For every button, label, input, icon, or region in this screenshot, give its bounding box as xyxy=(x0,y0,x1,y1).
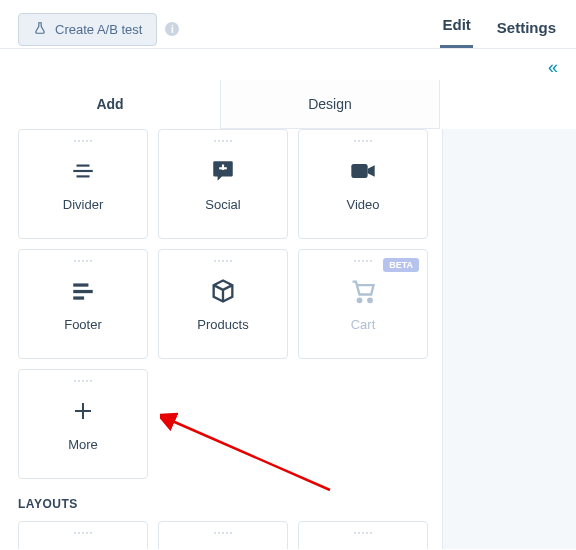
layout-card[interactable] xyxy=(298,521,428,549)
block-social[interactable]: Social xyxy=(158,129,288,239)
block-more[interactable]: More xyxy=(18,369,148,479)
content-panel[interactable]: Divider Social Video xyxy=(0,129,442,549)
block-label: Divider xyxy=(63,197,103,212)
cart-icon xyxy=(349,277,377,305)
svg-rect-4 xyxy=(219,167,227,169)
sub-tabs: Add Design xyxy=(0,80,440,129)
svg-rect-5 xyxy=(351,164,367,178)
layout-card[interactable] xyxy=(18,521,148,549)
svg-rect-6 xyxy=(73,283,88,286)
create-ab-test-button[interactable]: Create A/B test xyxy=(18,13,157,46)
tab-edit[interactable]: Edit xyxy=(440,16,472,48)
block-divider[interactable]: Divider xyxy=(18,129,148,239)
topbar: Create A/B test i Edit Settings xyxy=(0,0,576,48)
drag-dots-icon xyxy=(74,260,92,262)
svg-point-10 xyxy=(368,298,372,302)
tab-settings[interactable]: Settings xyxy=(495,19,558,48)
layouts-heading: LAYOUTS xyxy=(18,497,428,511)
collapse-row: « xyxy=(0,48,576,80)
drag-dots-icon xyxy=(74,380,92,382)
drag-dots-icon xyxy=(214,140,232,142)
block-label: Footer xyxy=(64,317,102,332)
svg-rect-8 xyxy=(73,296,84,299)
info-icon[interactable]: i xyxy=(165,22,179,36)
block-label: More xyxy=(68,437,98,452)
drag-dots-icon xyxy=(354,140,372,142)
content-blocks-grid: Divider Social Video xyxy=(18,129,428,479)
block-label: Social xyxy=(205,197,240,212)
flask-icon xyxy=(33,21,47,38)
block-video[interactable]: Video xyxy=(298,129,428,239)
beta-badge: BETA xyxy=(383,258,419,272)
collapse-panel-button[interactable]: « xyxy=(542,55,564,80)
sub-tab-design[interactable]: Design xyxy=(220,80,440,129)
topbar-left: Create A/B test i xyxy=(18,13,179,46)
drag-dots-icon xyxy=(74,140,92,142)
sub-tab-add[interactable]: Add xyxy=(0,80,220,129)
drag-dots-icon xyxy=(214,260,232,262)
panel-area: Divider Social Video xyxy=(0,129,576,549)
block-cart[interactable]: BETA Cart xyxy=(298,249,428,359)
drag-dots-icon xyxy=(214,532,232,534)
block-label: Video xyxy=(346,197,379,212)
ab-button-label: Create A/B test xyxy=(55,22,142,37)
drag-dots-icon xyxy=(354,260,372,262)
video-icon xyxy=(349,157,377,185)
social-icon xyxy=(209,157,237,185)
block-products[interactable]: Products xyxy=(158,249,288,359)
block-label: Products xyxy=(197,317,248,332)
drag-dots-icon xyxy=(354,532,372,534)
divider-icon xyxy=(69,157,97,185)
products-icon xyxy=(209,277,237,305)
svg-rect-1 xyxy=(77,164,90,166)
footer-icon xyxy=(69,277,97,305)
svg-rect-7 xyxy=(73,289,93,292)
block-footer[interactable]: Footer xyxy=(18,249,148,359)
svg-rect-0 xyxy=(73,169,93,171)
svg-point-9 xyxy=(358,298,362,302)
topbar-tabs: Edit Settings xyxy=(440,10,558,48)
block-label: Cart xyxy=(351,317,376,332)
plus-icon xyxy=(69,397,97,425)
layout-card[interactable] xyxy=(158,521,288,549)
drag-dots-icon xyxy=(74,532,92,534)
preview-strip xyxy=(442,129,576,549)
svg-rect-2 xyxy=(77,175,90,177)
layouts-grid xyxy=(18,521,428,549)
